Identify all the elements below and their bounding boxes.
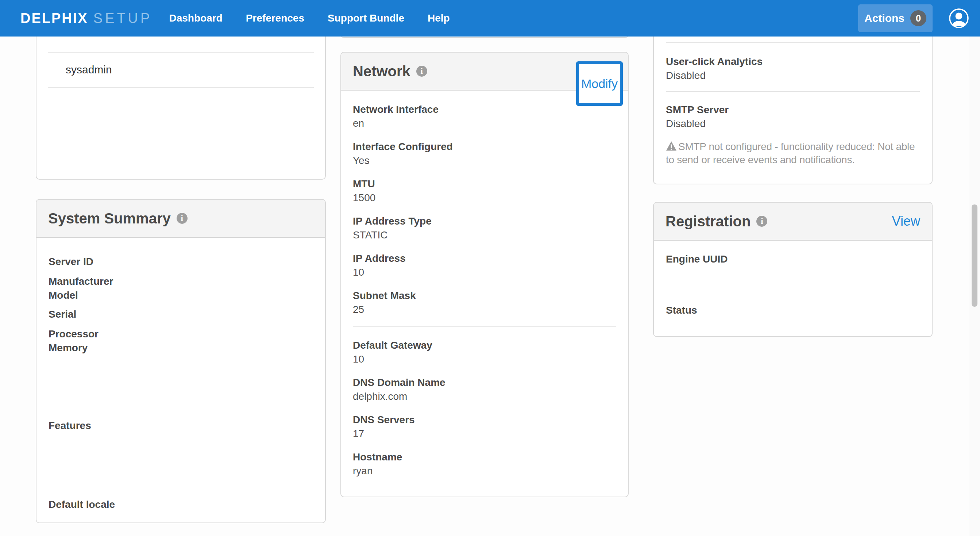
user-list-item[interactable]: sysadmin — [48, 53, 314, 87]
field-label: Subnet Mask — [353, 289, 616, 302]
system-summary-panel: System Summary i Server ID Manufacturer … — [36, 199, 326, 523]
field-label-memory: Memory — [49, 341, 313, 355]
field-user-click-analytics: User-click Analytics Disabled — [666, 55, 920, 82]
field-label: IP Address Type — [353, 215, 616, 228]
system-summary-header: System Summary i — [37, 200, 325, 238]
field-label: IP Address — [353, 252, 616, 265]
field-dns-domain-name: DNS Domain Name delphix.com — [353, 376, 616, 403]
field-label-default-locale: Default locale — [49, 498, 313, 512]
app-logo: DELPHIX SETUP — [21, 11, 152, 26]
field-interface-configured: Interface Configured Yes — [353, 140, 616, 167]
field-value: ryan — [353, 464, 616, 478]
nav-item-help[interactable]: Help — [416, 7, 461, 29]
field-network-interface: Network Interface en — [353, 103, 616, 130]
field-label: MTU — [353, 177, 616, 191]
field-label: Engine UUID — [666, 253, 920, 266]
field-value: Yes — [353, 154, 616, 167]
registration-title: Registration — [665, 213, 751, 230]
info-icon[interactable]: i — [756, 216, 767, 227]
field-label: Hostname — [353, 451, 616, 464]
field-mtu: MTU 1500 — [353, 177, 616, 204]
top-navbar: DELPHIX SETUP Dashboard Preferences Supp… — [0, 0, 980, 37]
brand-primary: DELPHIX — [21, 11, 88, 26]
field-engine-uuid: Engine UUID — [666, 253, 920, 280]
divider — [353, 326, 616, 327]
network-panel: Network i Modify Network Interface en In… — [340, 52, 628, 497]
scrollbar-thumb[interactable] — [972, 204, 977, 307]
field-ip-address: IP Address 10 — [353, 252, 616, 279]
actions-count-badge: 0 — [910, 10, 926, 26]
field-value: 10 — [353, 353, 616, 366]
brand-secondary: SETUP — [94, 11, 153, 26]
field-value — [666, 266, 920, 280]
info-icon[interactable]: i — [416, 66, 427, 77]
system-summary-body: Server ID Manufacturer Model Serial Proc… — [37, 238, 325, 512]
field-label: Default Gateway — [353, 339, 616, 352]
field-value: en — [353, 117, 616, 130]
field-label-model: Model — [49, 289, 313, 302]
field-value: STATIC — [353, 228, 616, 242]
field-label-processor: Processor — [49, 327, 313, 341]
registration-body: Engine UUID Status — [654, 241, 932, 331]
notifications-panel: User-click Analytics Disabled SMTP Serve… — [653, 21, 932, 184]
main-nav: Dashboard Preferences Support Bundle Hel… — [157, 7, 461, 29]
field-status: Status — [666, 304, 920, 331]
field-value — [666, 317, 920, 331]
network-body: Network Interface en Interface Configure… — [341, 91, 628, 478]
user-avatar-icon — [949, 8, 969, 29]
field-value: delphix.com — [353, 390, 616, 403]
field-subnet-mask: Subnet Mask 25 — [353, 289, 616, 316]
field-label-server-id: Server ID — [49, 255, 313, 269]
smtp-warning-text: SMTP not configured - functionality redu… — [666, 141, 915, 165]
field-smtp-server: SMTP Server Disabled — [666, 103, 920, 130]
warning-icon — [666, 141, 677, 151]
field-label: Interface Configured — [353, 140, 616, 153]
nav-item-support-bundle[interactable]: Support Bundle — [316, 7, 416, 29]
divider — [666, 91, 920, 92]
field-ip-address-type: IP Address Type STATIC — [353, 215, 616, 242]
field-dns-servers: DNS Servers 17 — [353, 413, 616, 440]
field-value: 10 — [353, 266, 616, 279]
field-label-serial: Serial — [49, 308, 313, 321]
field-label-manufacturer: Manufacturer — [49, 274, 313, 289]
network-modify-button[interactable]: Modify — [576, 61, 623, 106]
field-value: Disabled — [666, 69, 920, 82]
registration-header: Registration i View — [654, 203, 932, 241]
field-default-gateway: Default Gateway 10 — [353, 339, 616, 366]
actions-button-label: Actions — [864, 12, 904, 24]
field-label: DNS Servers — [353, 413, 616, 426]
user-avatar-button[interactable] — [949, 8, 969, 29]
scrollbar-track[interactable] — [969, 37, 980, 536]
field-value: 25 — [353, 303, 616, 316]
field-value: 17 — [353, 427, 616, 440]
registration-view-link[interactable]: View — [892, 214, 920, 229]
smtp-warning-message: SMTP not configured - functionality redu… — [666, 140, 920, 166]
field-value: 1500 — [353, 191, 616, 204]
actions-button[interactable]: Actions 0 — [858, 5, 932, 32]
field-label: DNS Domain Name — [353, 376, 616, 389]
field-value: Disabled — [666, 117, 920, 130]
divider — [666, 42, 920, 43]
system-summary-title: System Summary — [48, 210, 171, 227]
network-title: Network — [353, 63, 410, 80]
users-panel: sysadmin — [36, 21, 326, 180]
nav-item-dashboard[interactable]: Dashboard — [157, 7, 234, 29]
info-icon[interactable]: i — [177, 213, 188, 224]
field-hostname: Hostname ryan — [353, 451, 616, 478]
network-header: Network i Modify — [341, 53, 628, 91]
field-label: SMTP Server — [666, 103, 920, 116]
field-label-features: Features — [49, 419, 313, 433]
field-label: Status — [666, 304, 920, 317]
registration-panel: Registration i View Engine UUID Status — [653, 202, 932, 337]
divider — [48, 87, 314, 88]
nav-item-preferences[interactable]: Preferences — [234, 7, 316, 29]
field-label: User-click Analytics — [666, 55, 920, 68]
